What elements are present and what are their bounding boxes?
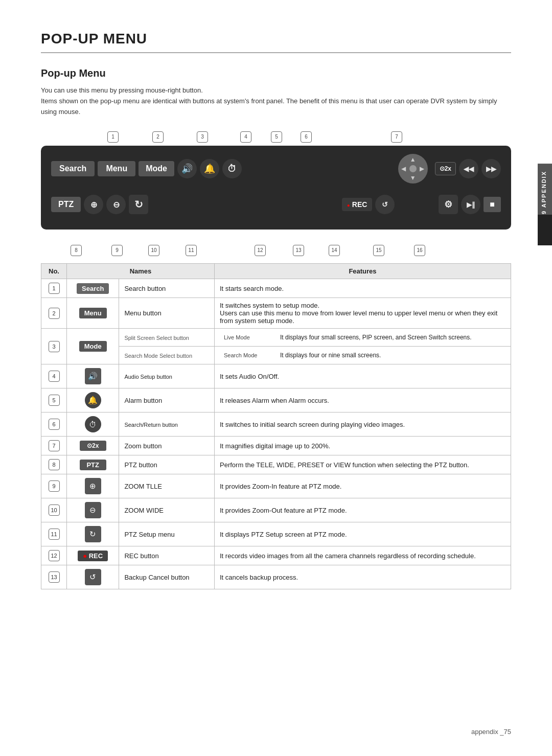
panel-gear-btn[interactable]: ⚙ — [439, 195, 458, 214]
row-num: 11 — [49, 529, 60, 540]
inner-sub-feat: It displays four small screens, PIP scre… — [276, 332, 505, 342]
panel-stop-btn[interactable]: ■ — [484, 197, 501, 212]
inner-sub-name: Search Mode — [220, 350, 276, 360]
inner-sub-name: Live Mode — [220, 332, 276, 342]
panel-alarm-btn[interactable]: 🔔 — [200, 159, 219, 178]
panel-audio-btn[interactable]: 🔊 — [177, 159, 197, 178]
panel-search-btn[interactable]: Search — [51, 161, 95, 176]
row-name: Backup Cancel button — [124, 574, 189, 581]
panel-menu-btn[interactable]: Menu — [98, 161, 135, 176]
dvr-panel: Search Menu Mode 🔊 🔔 ⏱ ▲ ◀▶ ▼ ⊙2x ◀◀ ▶▶ … — [41, 146, 511, 230]
page-footer: appendix _75 — [471, 728, 511, 736]
row-name: Search Mode Select button — [124, 353, 192, 359]
row-feature: It magnifies digital image up to 200%. — [215, 437, 511, 455]
row-num: 13 — [49, 571, 60, 583]
row-feature: It switches to initial search screen dur… — [215, 413, 511, 437]
ptz-btn-label: PTZ — [80, 460, 106, 470]
num-label-14: 14 — [329, 245, 340, 256]
panel-backup-btn[interactable]: ↺ — [375, 195, 395, 214]
search-btn-label: Search — [77, 283, 109, 294]
dpad[interactable]: ▲ ◀▶ ▼ — [398, 154, 428, 184]
ptzsetup-icon: ↻ — [85, 526, 101, 542]
mode-btn-label: Mode — [79, 341, 107, 352]
row-num: 7 — [49, 440, 60, 451]
zoomout-icon: ⊖ — [85, 502, 101, 518]
panel-row-1: Search Menu Mode 🔊 🔔 ⏱ ▲ ◀▶ ▼ ⊙2x ◀◀ ▶▶ — [50, 151, 502, 187]
panel-playpause-btn[interactable]: ▶‖ — [461, 195, 480, 214]
table-header-features: Features — [215, 264, 511, 279]
inner-table-mode: Live Mode It displays four small screens… — [220, 332, 505, 342]
panel-ptzsetup-btn[interactable]: ↻ — [129, 195, 148, 214]
row-name: Split Screen Select button — [124, 335, 189, 341]
page-title: POP-UP MENU — [41, 31, 511, 53]
num-label-5: 5 — [271, 131, 282, 143]
num-label-13: 13 — [293, 245, 304, 256]
panel-zoomin-btn[interactable]: ⊕ — [84, 195, 103, 214]
num-label-15: 15 — [373, 245, 384, 256]
inner-row: Search Mode It displays four or nine sma… — [220, 350, 505, 360]
num-label-9: 9 — [111, 245, 123, 256]
num-label-4: 4 — [240, 131, 251, 143]
intro-text: You can use this menu by pressing mouse-… — [41, 85, 511, 117]
row-feature: It provides Zoom-In feature at PTZ mode. — [215, 474, 511, 498]
table-header-names: Names — [67, 264, 215, 279]
row-name: Zoom button — [124, 442, 162, 450]
row-name: ZOOM TLLE — [124, 483, 162, 490]
inner-table-mode2: Search Mode It displays four or nine sma… — [220, 350, 505, 360]
row-feature: It releases Alarm when Alarm occurs. — [215, 388, 511, 413]
num-label-1: 1 — [107, 131, 119, 143]
inner-sub-feat: It displays four or nine small screens. — [276, 350, 505, 360]
row-name: Search/Return button — [124, 422, 178, 428]
row-feature: It sets Audio On/Off. — [215, 364, 511, 388]
row-num: 2 — [49, 308, 60, 319]
table-row: 4 🔊 Audio Setup button It sets Audio On/… — [41, 364, 511, 388]
table-row: 1 Search Search button It starts search … — [41, 279, 511, 298]
num-label-8: 8 — [71, 245, 82, 256]
feature-table: No. Names Features 1 Search Search butto… — [41, 263, 511, 589]
row-num: 8 — [49, 459, 60, 470]
row-num: 10 — [49, 505, 60, 516]
num-label-12: 12 — [255, 245, 266, 256]
return-icon: ⏱ — [85, 416, 101, 432]
num-label-3: 3 — [197, 131, 208, 143]
backup-icon: ↺ — [85, 569, 101, 585]
panel-prev-btn[interactable]: ◀◀ — [459, 159, 478, 178]
panel-next-btn[interactable]: ▶▶ — [481, 159, 501, 178]
row-name: Search button — [124, 285, 166, 292]
table-row: 10 ⊖ ZOOM WIDE It provides Zoom-Out feat… — [41, 498, 511, 522]
num-label-11: 11 — [186, 245, 197, 256]
num-label-10: 10 — [148, 245, 159, 256]
table-row: 11 ↻ PTZ Setup menu It displays PTZ Setu… — [41, 522, 511, 546]
row-name: ZOOM WIDE — [124, 507, 164, 514]
alarm-icon: 🔔 — [85, 392, 101, 408]
table-row: 5 🔔 Alarm button It releases Alarm when … — [41, 388, 511, 413]
row-feature: It provides Zoom-Out feature at PTZ mode… — [215, 498, 511, 522]
row-num: 12 — [49, 550, 60, 561]
row-name: Menu button — [124, 309, 161, 317]
panel-zoom-btn[interactable]: ⊙2x — [435, 162, 456, 175]
table-row: 6 ⏱ Search/Return button It switches to … — [41, 413, 511, 437]
panel-rec-btn[interactable]: ● REC — [342, 198, 373, 211]
row-name: Audio Setup button — [124, 374, 172, 380]
row-num: 6 — [49, 419, 60, 430]
row-name: Alarm button — [124, 397, 162, 404]
panel-diagram: 1 2 3 4 5 6 7 Search Menu Mode 🔊 🔔 ⏱ ▲ ◀… — [41, 131, 511, 258]
row-name: PTZ Setup menu — [124, 531, 174, 538]
table-row: 7 ⊙2x Zoom button It magnifies digital i… — [41, 437, 511, 455]
panel-return-btn[interactable]: ⏱ — [222, 159, 242, 178]
table-row: 12 ● REC REC button It records video ima… — [41, 546, 511, 565]
row-name: REC button — [124, 552, 158, 560]
num-label-2: 2 — [152, 131, 164, 143]
panel-mode-btn[interactable]: Mode — [139, 161, 174, 176]
panel-row-2: PTZ ⊕ ⊖ ↻ ● REC ↺ ⚙ ▶‖ ■ — [50, 187, 502, 222]
rec-btn-label: ● REC — [78, 551, 108, 561]
table-row: 8 PTZ PTZ button Perform the TELE, WIDE,… — [41, 455, 511, 474]
row-num: 4 — [49, 371, 60, 382]
row-feature: It starts search mode. — [215, 279, 511, 298]
panel-zoomout-btn[interactable]: ⊖ — [106, 195, 126, 214]
table-row: 2 Menu Menu button It switches system to… — [41, 298, 511, 329]
row-feature: Perform the TELE, WIDE, PRESET or VIEW f… — [215, 455, 511, 474]
row-feature: It records video images from all the cam… — [215, 546, 511, 565]
row-num: 5 — [49, 395, 60, 406]
panel-ptz-btn[interactable]: PTZ — [51, 197, 81, 212]
